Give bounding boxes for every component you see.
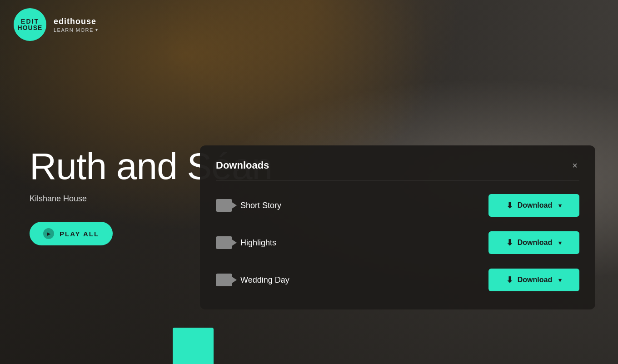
play-icon: ▶ [43, 228, 54, 239]
download-button-short-story[interactable]: ⬇ Download ▾ [488, 194, 579, 217]
dropdown-arrow-wedding-day: ▾ [558, 277, 562, 284]
play-all-button[interactable]: ▶ PLAY ALL [30, 222, 113, 245]
item-label-highlights: Highlights [240, 238, 276, 248]
modal-divider [216, 180, 579, 180]
dropdown-arrow-highlights: ▾ [558, 239, 562, 246]
logo-text-house: HOUSE [18, 25, 43, 31]
close-button[interactable]: × [570, 159, 579, 172]
download-list: Short Story ⬇ Download ▾ Highlights ⬇ Do… [216, 194, 579, 291]
item-left-short-story: Short Story [216, 199, 281, 212]
learn-more-link[interactable]: LEARN MORE ▾ [54, 27, 98, 33]
logo-text-edit: EDIT [21, 18, 39, 25]
play-all-label: PLAY ALL [60, 230, 99, 238]
learn-more-label: LEARN MORE [54, 27, 94, 33]
download-button-highlights[interactable]: ⬇ Download ▾ [488, 231, 579, 254]
modal-title: Downloads [216, 160, 269, 171]
download-item-wedding-day: Wedding Day ⬇ Download ▾ [216, 269, 579, 291]
item-left-wedding-day: Wedding Day [216, 274, 289, 286]
chevron-down-icon: ▾ [95, 27, 99, 32]
download-label-wedding-day: Download [518, 276, 552, 284]
download-icon-wedding-day: ⬇ [506, 275, 513, 285]
download-button-wedding-day[interactable]: ⬇ Download ▾ [488, 269, 579, 291]
video-icon-wedding-day [216, 274, 232, 286]
dropdown-arrow-short-story: ▾ [558, 202, 562, 209]
download-item-short-story: Short Story ⬇ Download ▾ [216, 194, 579, 217]
item-left-highlights: Highlights [216, 236, 276, 249]
item-label-wedding-day: Wedding Day [240, 275, 289, 285]
brand-name: edithouse [54, 17, 98, 26]
download-label-highlights: Download [518, 239, 552, 247]
download-item-highlights: Highlights ⬇ Download ▾ [216, 231, 579, 254]
modal-header: Downloads × [216, 159, 579, 172]
item-label-short-story: Short Story [240, 201, 281, 210]
video-icon-short-story [216, 199, 232, 212]
download-label-short-story: Download [518, 201, 552, 209]
download-icon-highlights: ⬇ [506, 238, 513, 248]
downloads-modal: Downloads × Short Story ⬇ Download ▾ Hig… [200, 145, 595, 309]
brand-logo[interactable]: EDIT HOUSE [14, 8, 46, 41]
brand-info: edithouse LEARN MORE ▾ [54, 17, 98, 33]
header: EDIT HOUSE edithouse LEARN MORE ▾ [0, 0, 618, 49]
download-icon-short-story: ⬇ [506, 200, 513, 210]
video-icon-highlights [216, 236, 232, 249]
